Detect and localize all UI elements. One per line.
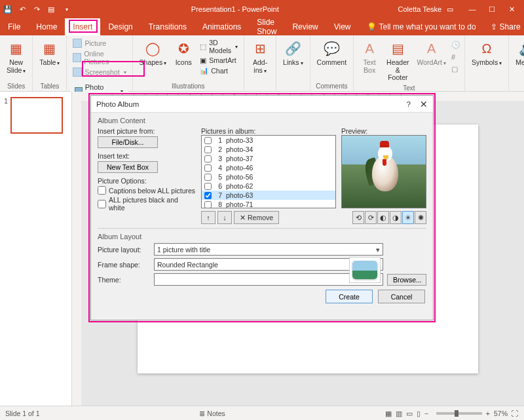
brightness-down-icon[interactable]: ✺ [415, 211, 426, 224]
list-item[interactable]: 2photo-34 [202, 145, 335, 154]
list-item-checkbox[interactable] [204, 192, 212, 199]
tab-review[interactable]: Review [284, 18, 326, 35]
normal-view-icon[interactable]: ▦ [385, 410, 392, 417]
close-icon[interactable]: ✕ [502, 5, 521, 14]
move-down-button[interactable]: ↓ [217, 211, 232, 224]
rotate-right-icon[interactable]: ⟳ [365, 211, 377, 224]
new-textbox-button[interactable]: New Text Box [98, 161, 158, 173]
undo-icon[interactable]: ↶ [17, 5, 28, 14]
tab-insert[interactable]: Insert [65, 18, 100, 35]
sorter-view-icon[interactable]: ▥ [396, 410, 402, 417]
screenshot-button[interactable]: Screenshot▾ [71, 67, 128, 77]
redo-icon[interactable]: ↷ [31, 5, 42, 14]
slide-indicator[interactable]: Slide 1 of 1 [5, 410, 40, 417]
shapes-button[interactable]: ◯Shapes▾ [137, 38, 170, 68]
tell-me-search[interactable]: 💡 Tell me what you want to do [359, 18, 484, 35]
qat-more-icon[interactable]: ▾ [62, 7, 72, 12]
user-name[interactable]: Coletta Teske [398, 5, 441, 13]
pictures-button[interactable]: Picture [71, 38, 128, 48]
pictures-label: Picture [84, 39, 106, 47]
tab-transitions[interactable]: Transitions [141, 18, 195, 35]
browse-button[interactable]: Browse... [387, 274, 426, 286]
minimize-icon[interactable]: — [462, 5, 482, 14]
fit-to-window-icon[interactable]: ⛶ [512, 410, 519, 417]
bw-checkbox[interactable] [98, 200, 106, 208]
list-item-index: 1 [215, 136, 222, 144]
reading-view-icon[interactable]: ▭ [406, 410, 413, 417]
captions-checkbox[interactable] [98, 186, 106, 195]
picture-layout-combo[interactable]: 1 picture with title [154, 243, 383, 256]
save-icon[interactable]: 💾 [3, 5, 13, 14]
media-button[interactable]: 🔈Media▾ [513, 38, 524, 68]
addins-button[interactable]: ⊞Add-ins▾ [248, 38, 272, 75]
slide-number-icon[interactable]: # [451, 53, 460, 61]
list-item[interactable]: 3photo-37 [202, 154, 335, 163]
zoom-slider[interactable] [436, 412, 482, 415]
lightbulb-icon: 💡 [367, 22, 377, 31]
comment-button[interactable]: 💬Comment [314, 38, 350, 68]
dialog-close-icon[interactable]: ✕ [420, 99, 428, 109]
rotate-left-icon[interactable]: ⟲ [352, 211, 364, 224]
smartart-button[interactable]: ▣SmartArt [198, 56, 240, 65]
object-icon[interactable]: ▢ [451, 65, 460, 73]
contrast-up-icon[interactable]: ◐ [377, 211, 389, 224]
brightness-up-icon[interactable]: ☀ [402, 211, 414, 224]
help-icon[interactable]: ? [407, 100, 411, 108]
date-time-icon[interactable]: 🕓 [451, 41, 460, 49]
new-slide-button[interactable]: ▦ New Slide▾ [4, 38, 28, 75]
cancel-button[interactable]: Cancel [378, 290, 425, 303]
bw-checkbox-row[interactable]: ALL pictures black and white [98, 196, 196, 212]
list-item-checkbox[interactable] [204, 183, 212, 190]
maximize-icon[interactable]: ☐ [482, 5, 502, 14]
list-item-checkbox[interactable] [204, 137, 212, 144]
shapes-label: Shapes [140, 58, 163, 66]
list-item[interactable]: 7photo-63 [202, 191, 335, 200]
zoom-out-icon[interactable]: − [424, 410, 428, 417]
links-button[interactable]: 🔗Links▾ [280, 38, 306, 68]
zoom-level[interactable]: 57% [494, 410, 508, 417]
picture-layout-value: 1 picture with title [157, 246, 210, 254]
tab-design[interactable]: Design [100, 18, 140, 35]
tab-home[interactable]: Home [28, 18, 65, 35]
list-item-checkbox[interactable] [204, 174, 212, 181]
remove-button[interactable]: ✕ Remove [234, 211, 279, 224]
list-item-checkbox[interactable] [204, 155, 212, 162]
tab-view[interactable]: View [326, 18, 359, 35]
list-item-index: 2 [215, 145, 222, 153]
list-item[interactable]: 6photo-62 [202, 181, 335, 191]
slide-thumbnail-1[interactable] [10, 97, 63, 134]
list-item[interactable]: 5photo-56 [202, 172, 335, 181]
list-item[interactable]: 4photo-46 [202, 163, 335, 172]
new-slide-icon: ▦ [7, 39, 26, 58]
group-comments: 💬Comment Comments [310, 35, 354, 91]
table-button[interactable]: ▦ Table▾ [37, 38, 62, 68]
move-up-button[interactable]: ↑ [201, 211, 215, 224]
icons-button[interactable]: ✪Icons [172, 38, 195, 68]
tab-file[interactable]: File [0, 18, 28, 35]
create-button[interactable]: Create [326, 290, 373, 303]
captions-checkbox-row[interactable]: Captions below ALL pictures [98, 186, 196, 195]
header-footer-button[interactable]: ▤Header & Footer [384, 38, 411, 83]
file-disk-button[interactable]: File/Disk... [98, 136, 158, 148]
list-item[interactable]: 1photo-33 [202, 136, 335, 145]
slideshow-view-icon[interactable]: ▯ [417, 410, 421, 417]
pictures-listbox[interactable]: 1photo-332photo-343photo-374photo-465pho… [201, 135, 336, 208]
list-item-checkbox[interactable] [204, 164, 212, 172]
3d-models-button[interactable]: ⬚3D Models▾ [198, 38, 240, 55]
tab-slideshow[interactable]: Slide Show [249, 18, 284, 35]
list-item-checkbox[interactable] [204, 146, 212, 153]
tab-animations[interactable]: Animations [195, 18, 249, 35]
contrast-down-icon[interactable]: ◑ [390, 211, 402, 224]
list-item[interactable]: 8photo-71 [202, 200, 335, 208]
wordart-button[interactable]: AWordArt▾ [415, 38, 449, 68]
symbols-button[interactable]: ΩSymbols▾ [469, 38, 504, 68]
textbox-button[interactable]: AText Box [358, 38, 381, 75]
chart-button[interactable]: 📊Chart [198, 66, 240, 75]
list-item-checkbox[interactable] [204, 201, 212, 208]
share-button[interactable]: ⇪ Share [484, 18, 524, 35]
zoom-in-icon[interactable]: + [486, 410, 490, 417]
start-from-beginning-icon[interactable]: ▤ [46, 5, 56, 14]
online-pictures-button[interactable]: Online Pictures [71, 49, 128, 66]
notes-button[interactable]: ≣ Notes [199, 410, 225, 417]
ribbon-options-icon[interactable]: ▭ [447, 5, 453, 14]
